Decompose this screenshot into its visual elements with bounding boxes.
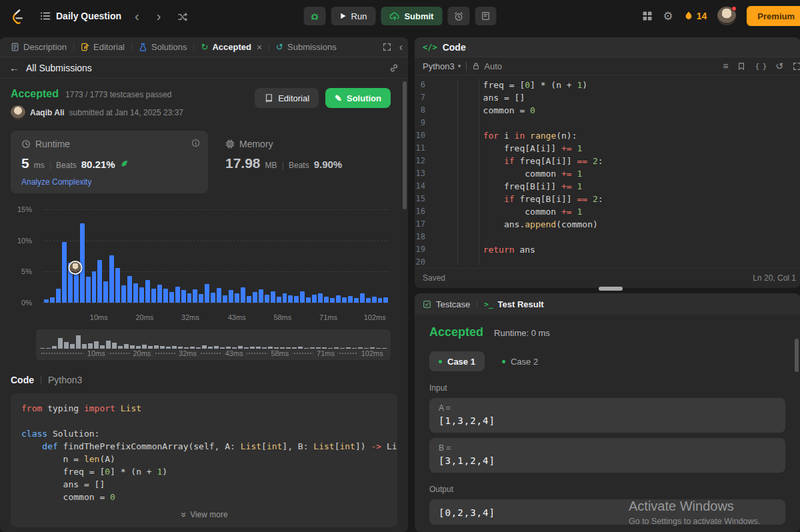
user-runtime-marker[interactable] xyxy=(69,261,83,275)
tab-solutions[interactable]: Solutions xyxy=(133,42,192,52)
code-line: 15 if freq[B[i]] == 2: xyxy=(415,193,800,205)
chart-bar xyxy=(139,287,144,303)
nav-title: Daily Question xyxy=(56,11,121,21)
memory-chip-icon xyxy=(225,139,235,149)
reset-code-icon[interactable]: ↺ xyxy=(775,61,783,71)
debug-button[interactable] xyxy=(304,7,326,25)
back-arrow-icon[interactable]: ← xyxy=(9,62,19,73)
tab-submissions[interactable]: ↺ Submissions xyxy=(271,42,342,52)
code-line: 16 common += 1 xyxy=(415,205,800,218)
code-line: ans = [] xyxy=(21,478,387,491)
chart-bar xyxy=(354,298,359,303)
chart-bar xyxy=(193,289,197,303)
bookmark-icon[interactable] xyxy=(737,62,745,71)
left-panel-scrollbar[interactable] xyxy=(403,81,407,209)
submission-panel: Description Editorial Solutions ↻ Accept… xyxy=(0,37,408,532)
y-tick-label: 5% xyxy=(21,267,32,275)
auto-toggle[interactable]: Auto xyxy=(472,61,502,71)
x-tick-label: 32ms xyxy=(181,313,199,321)
submitted-code-block[interactable]: from typing import List class Solution: … xyxy=(11,393,397,527)
info-icon[interactable] xyxy=(191,139,200,147)
brush-bar xyxy=(94,341,99,349)
chart-plot-area xyxy=(43,209,389,303)
tab-separator xyxy=(477,300,477,308)
top-navigation-bar: Daily Question ‹ › Run xyxy=(0,0,800,32)
user-avatar[interactable] xyxy=(717,7,736,25)
auto-label: Auto xyxy=(484,61,502,71)
code-line: 10 for i in range(n): xyxy=(415,129,800,142)
premium-button[interactable]: Premium xyxy=(747,6,800,26)
performance-row: Runtime 5 ms | Beats 80.21% Analyze Comp… xyxy=(11,131,391,193)
chart-bar xyxy=(383,297,388,303)
collapse-panel-icon[interactable]: ‹ xyxy=(399,42,403,53)
line-number: 12 xyxy=(415,155,441,167)
beats-label: Beats xyxy=(289,161,309,170)
analyze-complexity-link[interactable]: Analyze Complexity xyxy=(21,177,197,187)
timer-button[interactable] xyxy=(447,7,469,25)
notification-dot xyxy=(731,6,737,11)
daily-streak-counter[interactable]: 14 xyxy=(684,11,707,21)
problem-list-menu[interactable]: Daily Question xyxy=(40,11,121,21)
line-number: 10 xyxy=(415,129,441,142)
close-icon[interactable]: × xyxy=(257,42,262,53)
leetcode-logo[interactable] xyxy=(9,7,24,25)
runtime-card[interactable]: Runtime 5 ms | Beats 80.21% Analyze Comp… xyxy=(11,131,208,193)
document-icon xyxy=(11,43,19,51)
next-problem-button[interactable]: › xyxy=(153,9,165,23)
braces-icon[interactable]: { } xyxy=(755,63,766,70)
view-more-button[interactable]: « View more xyxy=(21,510,387,519)
terminal-icon: >_ xyxy=(484,300,493,309)
chart-bar xyxy=(330,298,335,303)
input-field-B[interactable]: B = [3,1,2,4] xyxy=(429,438,785,473)
shuffle-icon[interactable] xyxy=(174,10,192,22)
chart-bar xyxy=(324,297,329,303)
back-label[interactable]: All Submissions xyxy=(26,63,92,73)
status-accepted: Accepted xyxy=(11,88,59,100)
language-selector[interactable]: Python3 ▾ xyxy=(423,61,461,71)
settings-gear-icon[interactable]: ⚙ xyxy=(663,9,673,23)
cursor-position[interactable]: Ln 20, Col 1 xyxy=(753,273,796,283)
runtime-value: 5 xyxy=(21,155,29,171)
expand-icon[interactable] xyxy=(383,43,391,51)
author-name[interactable]: Aaqib Ali xyxy=(30,108,65,117)
solution-button[interactable]: ✎ Solution xyxy=(325,88,391,108)
case-1-chip[interactable]: Case 1 xyxy=(429,351,485,371)
brush-bar xyxy=(88,343,93,349)
flame-icon xyxy=(684,11,693,21)
tab-description[interactable]: Description xyxy=(5,42,72,52)
tab-editorial[interactable]: Editorial xyxy=(75,42,130,52)
copy-link-icon[interactable] xyxy=(389,63,399,73)
memory-card[interactable]: Memory 17.98 MB | Beats 9.90% xyxy=(225,131,342,171)
format-code-icon[interactable]: ≡ xyxy=(723,61,728,71)
tab-accepted[interactable]: ↻ Accepted × xyxy=(195,42,267,53)
prev-problem-button[interactable]: ‹ xyxy=(131,9,143,23)
input-field-A[interactable]: A = [1,3,2,4] xyxy=(429,398,785,433)
submission-detail-scroll[interactable]: Accepted 1773 / 1773 testcases passed Aa… xyxy=(0,79,408,532)
chart-bar xyxy=(103,281,108,303)
case-2-chip[interactable]: Case 2 xyxy=(493,351,547,371)
testcase-scrollbar[interactable] xyxy=(795,339,799,372)
submit-button[interactable]: Submit xyxy=(381,7,442,25)
tab-test-result[interactable]: >_ Test Result xyxy=(484,299,543,309)
fullscreen-editor-icon[interactable] xyxy=(793,62,800,71)
editorial-button[interactable]: Editorial xyxy=(255,88,319,108)
author-avatar[interactable] xyxy=(11,105,25,120)
panel-resize-handle[interactable] xyxy=(599,287,623,291)
tab-separator xyxy=(193,43,194,51)
tab-testcase[interactable]: Testcase xyxy=(423,299,470,309)
runtime-distribution-chart[interactable]: 15%10%5%0% 10ms20ms32ms43ms58ms71ms102ms xyxy=(7,204,393,321)
indent-guide xyxy=(479,79,479,265)
run-button[interactable]: Run xyxy=(331,7,376,25)
input-value: [1,3,2,4] xyxy=(439,415,776,426)
chart-bar xyxy=(205,284,209,303)
editor-code-area[interactable]: 6 freq = [0] * (n + 1)7 ans = []8 common… xyxy=(415,75,800,268)
chart-bar xyxy=(229,290,233,303)
input-value: [3,1,2,4] xyxy=(439,455,776,466)
memory-beats-value: 9.90% xyxy=(314,159,343,170)
runtime-distribution-brush[interactable]: 10ms20ms32ms43ms58ms71ms102ms xyxy=(36,329,391,360)
code-line: 20 xyxy=(415,256,800,268)
notes-button[interactable] xyxy=(475,7,496,25)
result-status: Accepted xyxy=(429,325,483,339)
editor-toolbar: Python3 ▾ Auto ≡ { } ↺ xyxy=(415,57,800,75)
layout-icon[interactable] xyxy=(642,11,653,21)
